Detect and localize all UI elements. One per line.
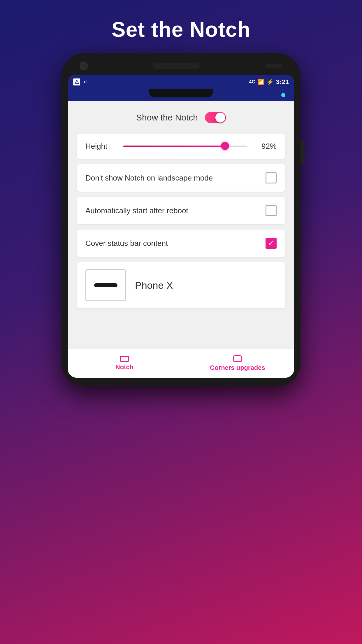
warning-icon: ⚠ (73, 78, 80, 85)
nav-item-notch[interactable]: Notch (68, 356, 181, 371)
reboot-card[interactable]: Automatically start after reboot (77, 197, 285, 224)
landscape-card[interactable]: Don't show Notch on landscape mode (77, 164, 285, 192)
notch-dot (281, 93, 285, 97)
phonex-name: Phone X (135, 280, 173, 291)
landscape-label: Don't show Notch on landscape mode (85, 174, 266, 183)
battery-icon: ⚡ (266, 78, 274, 85)
bottom-nav: Notch Corners upgrades (68, 349, 294, 378)
app-content: Show the Notch Height 92% Don't show Not… (68, 101, 294, 349)
page-title: Set the Notch (111, 18, 250, 41)
corners-nav-icon (233, 355, 242, 362)
phone-top-physical (68, 62, 294, 73)
status-bar: ⚠ ↵ 4G 📶 ⚡ 3:21 (68, 75, 294, 89)
cover-card[interactable]: Cover status bar content ✓ (77, 230, 285, 257)
slider-fill (123, 146, 225, 147)
corners-nav-label: Corners upgrades (210, 364, 265, 372)
phonex-notch-shape (94, 283, 117, 287)
show-notch-label: Show the Notch (136, 113, 198, 123)
notch-area (68, 89, 294, 101)
toggle-knob (215, 113, 225, 123)
slider-value: 92% (256, 142, 277, 151)
front-camera (80, 62, 88, 70)
cover-checkbox[interactable]: ✓ (266, 238, 277, 249)
phone-shell: ⚠ ↵ 4G 📶 ⚡ 3:21 Show the Notch (61, 53, 301, 386)
landscape-checkbox[interactable] (266, 172, 277, 183)
height-slider-card: Height 92% (77, 134, 285, 159)
slider-track-container[interactable] (123, 145, 247, 148)
power-button (301, 141, 305, 164)
reboot-label: Automatically start after reboot (85, 206, 266, 215)
phone-speaker (153, 63, 200, 69)
bottom-space (77, 314, 285, 349)
nav-item-corners[interactable]: Corners upgrades (181, 355, 294, 372)
status-time: 3:21 (276, 78, 289, 86)
notch-nav-label: Notch (115, 363, 133, 371)
show-notch-row: Show the Notch (77, 112, 285, 123)
signal-icon: 📶 (258, 79, 264, 85)
notch-toggle[interactable] (205, 112, 226, 123)
slider-thumb[interactable] (221, 142, 229, 150)
height-label: Height (85, 142, 115, 151)
notch-nav-icon (120, 356, 129, 362)
phone-sensor (265, 64, 282, 68)
phone-screen: ⚠ ↵ 4G 📶 ⚡ 3:21 Show the Notch (68, 75, 294, 378)
notch-pill (149, 89, 213, 97)
network-indicator: 4G (249, 79, 255, 85)
cover-label: Cover status bar content (85, 239, 266, 248)
phonex-preview (85, 269, 126, 301)
reboot-checkbox[interactable] (266, 205, 277, 216)
back-icon: ↵ (84, 79, 88, 85)
phonex-card[interactable]: Phone X (77, 262, 285, 308)
